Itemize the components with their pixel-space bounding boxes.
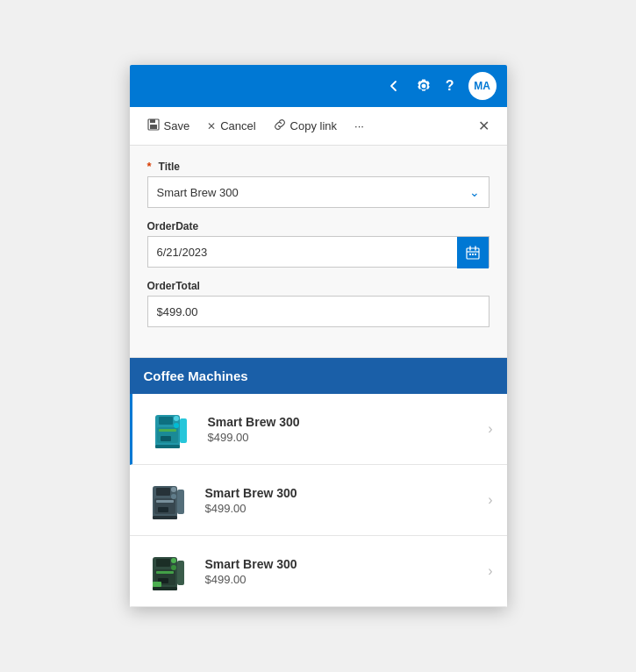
list-item[interactable]: Smart Brew 300 $499.00 › (130, 536, 507, 607)
item-name: Smart Brew 300 (208, 415, 482, 429)
svg-rect-6 (475, 254, 476, 255)
item-name: Smart Brew 300 (205, 486, 482, 500)
title-label: * Title (147, 160, 490, 173)
order-date-field-group: OrderDate 6/21/2023 (147, 220, 490, 268)
help-icon[interactable]: ? (446, 78, 454, 94)
form-area: * Title Smart Brew 300 ⌄ OrderDate 6/21/… (130, 146, 507, 358)
chevron-right-icon: › (488, 563, 492, 579)
order-total-field-group: OrderTotal $499.00 (147, 280, 490, 327)
link-icon (274, 118, 286, 133)
item-price: $499.00 (208, 431, 482, 444)
svg-rect-5 (472, 254, 474, 255)
list-items: Smart Brew 300 $499.00 › (130, 394, 507, 607)
back-icon[interactable] (386, 78, 402, 94)
svg-point-28 (171, 558, 176, 563)
calendar-button[interactable] (457, 237, 489, 268)
list-item[interactable]: Smart Brew 300 $499.00 › (130, 465, 507, 536)
product-image (144, 547, 193, 596)
item-info: Smart Brew 300 $499.00 (208, 415, 482, 444)
save-button[interactable]: Save (140, 115, 197, 137)
user-avatar[interactable]: MA (468, 72, 497, 100)
order-date-label: OrderDate (147, 220, 490, 232)
cancel-button[interactable]: ✕ Cancel (200, 116, 262, 136)
product-image (146, 404, 196, 454)
cancel-icon: ✕ (207, 120, 216, 132)
svg-rect-23 (156, 500, 174, 503)
item-price: $499.00 (205, 502, 482, 515)
list-section: Coffee Machines (130, 358, 507, 607)
svg-rect-12 (155, 445, 180, 448)
svg-rect-21 (153, 516, 177, 519)
svg-rect-4 (469, 254, 471, 255)
copy-link-button[interactable]: Copy link (267, 115, 344, 137)
toolbar: Save ✕ Cancel Copy link ··· ✕ (130, 107, 507, 146)
title-field-group: * Title Smart Brew 300 ⌄ (147, 160, 490, 208)
svg-rect-31 (177, 561, 184, 585)
more-button[interactable]: ··· (347, 116, 371, 136)
svg-rect-24 (158, 507, 168, 512)
item-name: Smart Brew 300 (205, 557, 482, 571)
chevron-right-icon: › (488, 421, 492, 437)
svg-rect-30 (153, 587, 177, 590)
svg-rect-34 (153, 582, 161, 587)
svg-point-10 (174, 416, 179, 421)
svg-rect-14 (159, 429, 176, 432)
list-header: Coffee Machines (130, 358, 507, 394)
svg-point-19 (171, 487, 176, 492)
svg-point-20 (171, 494, 176, 499)
settings-icon[interactable] (416, 78, 432, 94)
svg-rect-13 (180, 418, 187, 443)
chevron-right-icon: › (488, 492, 492, 508)
product-image (144, 475, 193, 525)
svg-rect-1 (150, 119, 155, 123)
main-window: ? MA Save ✕ Cancel (130, 65, 507, 607)
order-total-input[interactable]: $499.00 (147, 296, 490, 327)
date-field-wrapper: 6/21/2023 (147, 236, 490, 268)
svg-rect-9 (159, 417, 173, 425)
svg-rect-2 (150, 125, 157, 129)
item-info: Smart Brew 300 $499.00 (205, 557, 482, 586)
svg-point-11 (174, 423, 179, 428)
svg-rect-15 (161, 436, 171, 441)
calendar-icon (466, 246, 480, 260)
svg-rect-27 (156, 559, 170, 567)
chevron-down-icon: ⌄ (469, 185, 480, 199)
title-dropdown[interactable]: Smart Brew 300 ⌄ (147, 176, 490, 208)
item-info: Smart Brew 300 $499.00 (205, 486, 482, 515)
close-button[interactable]: ✕ (471, 114, 497, 138)
order-date-input[interactable]: 6/21/2023 (148, 237, 457, 267)
item-price: $499.00 (205, 573, 482, 586)
list-item[interactable]: Smart Brew 300 $499.00 › (130, 394, 507, 465)
svg-rect-22 (177, 490, 184, 514)
svg-point-29 (171, 565, 176, 570)
header-bar: ? MA (130, 65, 507, 107)
svg-rect-18 (156, 488, 170, 496)
svg-rect-32 (156, 571, 174, 574)
order-total-label: OrderTotal (147, 280, 490, 292)
save-icon (147, 118, 160, 133)
required-star: * (147, 160, 152, 173)
